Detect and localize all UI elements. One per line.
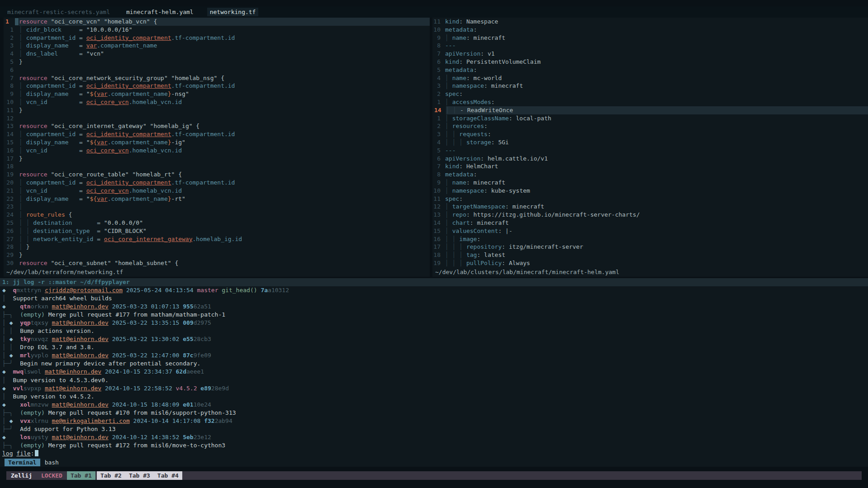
line-number: 19 bbox=[4, 171, 17, 179]
code-line[interactable]: 19resource "oci_core_route_table" "homel… bbox=[4, 171, 430, 179]
token-guide: │ bbox=[19, 50, 23, 57]
code-line[interactable]: 14│ compartment_id = oci_identity_compar… bbox=[4, 130, 430, 138]
code-line[interactable]: 9│ name: minecraft bbox=[432, 179, 868, 187]
buffer-tab[interactable]: minecraft-helm.yaml bbox=[126, 9, 194, 15]
code-line[interactable]: 16│ │ image: bbox=[432, 235, 868, 243]
code-line[interactable]: 10│ namespace: kube-system bbox=[432, 187, 868, 195]
code-line[interactable]: 5--- bbox=[432, 147, 868, 155]
code-line[interactable]: 18│ │ │ tag: latest bbox=[432, 251, 868, 259]
token-key: accessModes bbox=[452, 99, 491, 105]
code-line[interactable]: 21│ vcn_id = oci_core_vcn.homelab_vcn.id bbox=[4, 187, 430, 195]
code-line[interactable]: 12│ targetNamespace: minecraft bbox=[432, 203, 868, 211]
code-text: │ │ │ repository: itzg/minecraft-server bbox=[445, 243, 868, 251]
zellij-tab[interactable]: Tab #1 bbox=[67, 471, 95, 480]
terminal-pane[interactable]: 1: jj log -r ::master ~/d/ffpyplayer ◆ q… bbox=[0, 278, 868, 467]
code-line[interactable]: 25│ │ destination = "0.0.0.0/0" bbox=[4, 219, 430, 227]
code-line[interactable]: 23│ bbox=[4, 203, 430, 211]
code-line[interactable]: 19│ │ │ pullPolicy: Always bbox=[432, 259, 868, 267]
token-guide: │ bbox=[445, 219, 449, 226]
buffer-tab[interactable]: networking.tf bbox=[207, 8, 259, 16]
code-line[interactable]: 28│ } bbox=[4, 243, 430, 251]
token-kw: resource bbox=[19, 260, 47, 266]
code-line[interactable]: 18 bbox=[4, 162, 430, 171]
code-line[interactable]: 22│ display_name = "${var.compartment_na… bbox=[4, 195, 430, 203]
code-line[interactable]: 4│ dns_label = "vcn" bbox=[4, 50, 430, 58]
code-line[interactable]: 9│ name: minecraft bbox=[432, 34, 868, 42]
token-str: "oci_core_vcn" bbox=[51, 18, 100, 25]
code-line[interactable]: 24│ route_rules { bbox=[4, 211, 430, 219]
code-text: │ vcn_id = oci_core_vcn.homelab_vcn.id bbox=[19, 98, 430, 106]
token-cid2: xlrnu bbox=[31, 417, 48, 424]
token-txt bbox=[13, 442, 20, 449]
line-number: 4 bbox=[4, 50, 17, 58]
code-line[interactable]: 12 bbox=[4, 114, 430, 123]
code-line[interactable]: 5} bbox=[4, 58, 430, 66]
code-line[interactable]: 14│ chart: minecraft bbox=[432, 219, 868, 227]
code-line[interactable]: 17} bbox=[4, 155, 430, 163]
shell-prompt[interactable]: log file: bbox=[2, 450, 38, 458]
zellij-tab[interactable]: Tab #3 bbox=[125, 471, 154, 480]
editor-pane-minecraft-helm-yaml[interactable]: 11kind: Namespace10metadata:9│ name: min… bbox=[432, 18, 868, 277]
code-line[interactable]: 1│ storageClassName: local-path bbox=[432, 114, 868, 123]
code-text: │ display_name = "${var.compartment_name… bbox=[19, 90, 430, 98]
code-line[interactable]: 1│ cidr_block = "10.0.0.0/16" bbox=[4, 26, 430, 34]
terminal-tab-active[interactable]: Terminal bbox=[5, 459, 40, 466]
editor-pane-networking-tf[interactable]: 1resource "oci_core_vcn" "homelab_vcn" {… bbox=[4, 18, 430, 277]
code-line[interactable]: 11kind: Namespace bbox=[432, 18, 868, 26]
code-line[interactable]: 3│ namespace: minecraft bbox=[432, 82, 868, 90]
token-attr: destination_type bbox=[33, 227, 90, 234]
code-line[interactable]: 6 bbox=[4, 66, 430, 74]
code-line[interactable]: 8--- bbox=[432, 42, 868, 50]
code-line[interactable]: 4│ │ │ storage: 5Gi bbox=[432, 138, 868, 147]
code-line[interactable]: 6kind: PersistentVolumeClaim bbox=[432, 58, 868, 66]
code-line[interactable]: 11} bbox=[4, 106, 430, 114]
code-line[interactable]: 11spec: bbox=[432, 195, 868, 203]
code-line[interactable]: 13resource "oci_core_internet_gateway" "… bbox=[4, 122, 430, 130]
token-guide: │ bbox=[19, 227, 23, 234]
code-line[interactable]: 3│ display_name = var.compartment_name bbox=[4, 42, 430, 50]
code-line[interactable]: 4│ name: mc-world bbox=[432, 74, 868, 82]
code-line[interactable]: 13│ repo: https://itzg.github.io/minecra… bbox=[432, 211, 868, 219]
token-fn: } bbox=[168, 195, 171, 202]
code-line[interactable]: 7resource "oci_core_network_security_gro… bbox=[4, 74, 430, 82]
jj-log-line: ◆ xolmnzvw matt@einhorn.dev 2024-10-15 1… bbox=[2, 401, 868, 409]
zellij-tab[interactable]: Tab #4 bbox=[154, 471, 182, 480]
line-number: 9 bbox=[432, 179, 443, 187]
code-line[interactable]: 16│ vcn_id = oci_core_vcn.homelab_vcn.id bbox=[4, 147, 430, 155]
code-line-cursor[interactable]: 1resource "oci_core_vcn" "homelab_vcn" { bbox=[4, 18, 430, 26]
code-line[interactable]: 15│ valuesContent: |- bbox=[432, 227, 868, 235]
code-text: │ storageClassName: local-path bbox=[445, 114, 868, 123]
token-txt bbox=[23, 187, 26, 194]
code-line[interactable]: 30resource "oci_core_subnet" "homelab_su… bbox=[4, 259, 430, 267]
code-line[interactable]: 8metadata: bbox=[432, 171, 868, 179]
code-line-cursor[interactable]: 14│ │ - ReadWriteOnce bbox=[432, 106, 868, 114]
zellij-tab[interactable]: Tab #2 bbox=[97, 471, 125, 480]
code-text: │ name: mc-world bbox=[445, 74, 868, 82]
token-txt bbox=[449, 115, 452, 122]
code-line[interactable]: 6apiVersion: helm.cattle.io/v1 bbox=[432, 155, 868, 163]
code-line[interactable]: 2│ compartment_id = oci_identity_compart… bbox=[4, 34, 430, 42]
code-line[interactable]: 8│ compartment_id = oci_identity_compart… bbox=[4, 82, 430, 90]
code-line[interactable]: 10│ vcn_id = oci_core_vcn.homelab_vcn.id bbox=[4, 98, 430, 106]
code-line[interactable]: 15│ display_name = "${var.compartment_na… bbox=[4, 138, 430, 147]
code-line[interactable]: 17│ │ │ repository: itzg/minecraft-serve… bbox=[432, 243, 868, 251]
code-line[interactable]: 3│ │ requests: bbox=[432, 130, 868, 138]
code-line[interactable]: 10metadata: bbox=[432, 26, 868, 34]
code-line[interactable]: 2│ resources: bbox=[432, 122, 868, 130]
code-line[interactable]: 20│ compartment_id = oci_identity_compar… bbox=[4, 179, 430, 187]
code-line[interactable]: 2spec: bbox=[432, 90, 868, 98]
code-line[interactable]: 9│ display_name = "${var.compartment_nam… bbox=[4, 90, 430, 98]
code-line[interactable]: 1│ accessModes: bbox=[432, 98, 868, 106]
code-line[interactable]: 7apiVersion: v1 bbox=[432, 50, 868, 58]
code-line[interactable]: 27│ │ network_entity_id = oci_core_inter… bbox=[4, 235, 430, 243]
code-line[interactable]: 7kind: HelmChart bbox=[432, 162, 868, 171]
token-txt bbox=[83, 50, 86, 57]
code-text: --- bbox=[445, 42, 868, 50]
code-line[interactable]: 5metadata: bbox=[432, 66, 868, 74]
code-line[interactable]: 26│ │ destination_type = "CIDR_BLOCK" bbox=[4, 227, 430, 235]
token-attr: cidr_block bbox=[26, 26, 62, 33]
bufferline: minecraft-restic-secrets.yamlminecraft-h… bbox=[0, 6, 868, 18]
code-line[interactable]: 29} bbox=[4, 251, 430, 259]
buffer-tab[interactable]: minecraft-restic-secrets.yaml bbox=[7, 9, 110, 15]
token-hash: 955 bbox=[183, 303, 193, 310]
